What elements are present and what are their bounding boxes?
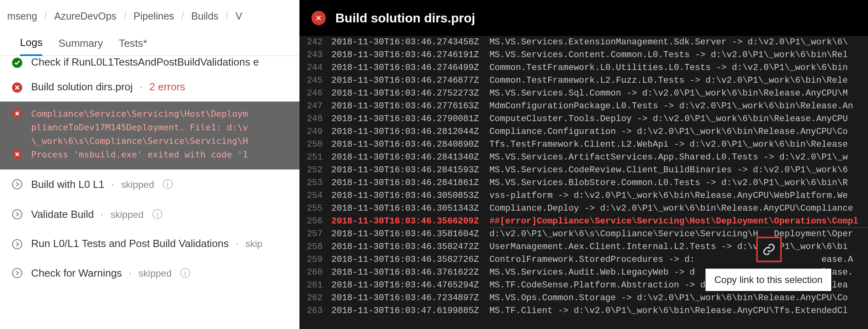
line-number: 244 [299, 62, 331, 74]
line-number: 247 [299, 100, 331, 113]
panel-title: Build solution dirs.proj [335, 11, 475, 26]
log-line[interactable]: 2572018-11-30T16:03:46.3581604Zd:\v2.0\P… [299, 228, 868, 241]
timestamp: 2018-11-30T16:03:46.2812044Z [331, 126, 489, 138]
log-message: ComputeCluster.Tools.Deploy -> d:\v2.0\P… [489, 113, 868, 126]
crumb[interactable]: AzureDevOps [54, 10, 117, 22]
log-line[interactable]: 2422018-11-30T16:03:46.2743458ZMS.VS.Ser… [299, 36, 868, 49]
breadcrumb: mseng/ AzureDevOps/ Pipelines/ Builds/ V [0, 0, 299, 32]
timestamp: 2018-11-30T16:03:46.2752273Z [331, 87, 489, 100]
task-row[interactable]: Check for Warnings · skipped ⓘ [0, 258, 299, 288]
log-message: Compliance.Configuration -> d:\v2.0\P1\_… [489, 126, 868, 138]
log-message: Common.TestFramework.L0.Utilities.L0.Tes… [489, 62, 868, 74]
timestamp: 2018-11-30T16:03:46.2841861Z [331, 177, 489, 189]
log-message: MdmConfigurationPackage.L0.Tests -> d:\v… [489, 100, 868, 113]
log-line[interactable]: 2552018-11-30T16:03:46.3051343ZComplianc… [299, 202, 868, 215]
log-message: Tfs.TestFramework.Client.L2.WebApi -> d:… [489, 138, 868, 151]
timestamp: 2018-11-30T16:03:46.2746877Z [331, 74, 489, 87]
info-icon[interactable]: ⓘ [163, 178, 173, 190]
log-line[interactable]: 2522018-11-30T16:03:46.2841593ZMS.VS.Ser… [299, 164, 868, 177]
log-message: Common.TestFramework.L2.Fuzz.L0.Tests ->… [489, 74, 868, 87]
log-message: ControlFramework.StoredProcedures -> d: … [489, 253, 868, 266]
log-line[interactable]: 2592018-11-30T16:03:46.3582726ZControlFr… [299, 253, 868, 266]
svg-point-7 [12, 269, 22, 278]
task-title: Check for Warnings [31, 267, 122, 279]
line-number: 243 [299, 49, 331, 62]
log-line[interactable]: 2492018-11-30T16:03:46.2812044ZComplianc… [299, 126, 868, 138]
timestamp: 2018-11-30T16:03:46.2776163Z [331, 100, 489, 113]
log-line[interactable]: 2482018-11-30T16:03:46.2790081ZComputeCl… [299, 113, 868, 126]
task-status: skipped [111, 209, 144, 220]
log-line[interactable]: 2472018-11-30T16:03:46.2776163ZMdmConfig… [299, 100, 868, 113]
log-message: vss-platform -> d:\v2.0\P1\_work\6\bin\R… [489, 189, 868, 202]
separator-icon: / [226, 10, 228, 22]
log-line[interactable]: 2532018-11-30T16:03:46.2841861ZMS.VS.Ser… [299, 177, 868, 189]
task-error-group[interactable]: Compliance\Service\Servicing\Host\Deploy… [0, 102, 299, 169]
line-number: 252 [299, 164, 331, 177]
timestamp: 2018-11-30T16:03:46.3761622Z [331, 266, 489, 279]
svg-point-5 [12, 210, 22, 219]
info-icon[interactable]: ⓘ [180, 267, 190, 279]
svg-point-6 [12, 240, 22, 249]
tab-tests[interactable]: Tests* [119, 37, 147, 55]
log-line[interactable]: 2542018-11-30T16:03:46.3050853Zvss-platf… [299, 189, 868, 202]
log-line[interactable]: 2452018-11-30T16:03:46.2746877ZCommon.Te… [299, 74, 868, 87]
log-line[interactable]: 2562018-11-30T16:03:46.3566209Z##[error]… [299, 215, 868, 228]
task-title: Build solution dirs.proj [31, 81, 133, 93]
timestamp: 2018-11-30T16:03:46.3050853Z [331, 189, 489, 202]
tabs: Logs Summary Tests* [0, 32, 299, 56]
log-line[interactable]: 2582018-11-30T16:03:46.3582472ZUserManag… [299, 241, 868, 253]
crumb[interactable]: mseng [7, 10, 37, 22]
task-row[interactable]: Validate Build · skipped ⓘ [0, 199, 299, 229]
task-title: Validate Build [31, 208, 94, 220]
task-status: skipped [139, 268, 172, 279]
separator-icon: / [181, 10, 184, 22]
separator-icon: / [124, 10, 127, 22]
log-line[interactable]: 2462018-11-30T16:03:46.2752273ZMS.VS.Ser… [299, 87, 868, 100]
tab-summary[interactable]: Summary [58, 37, 103, 55]
line-number: 251 [299, 151, 331, 164]
line-number: 257 [299, 228, 331, 241]
log-line[interactable]: 2442018-11-30T16:03:46.2746499ZCommon.Te… [299, 62, 868, 74]
svg-point-4 [12, 180, 22, 189]
timestamp: 2018-11-30T16:03:46.2743458Z [331, 36, 489, 49]
task-status: skipped [121, 179, 154, 190]
line-number: 255 [299, 202, 331, 215]
info-icon[interactable]: ⓘ [152, 208, 163, 220]
crumb[interactable]: V [236, 10, 242, 22]
timestamp: 2018-11-30T16:03:46.3051343Z [331, 202, 489, 215]
line-number: 248 [299, 113, 331, 126]
error-text: Compliance\Service\Servicing\Host\Deploy… [31, 107, 288, 148]
log-message: d:\v2.0\P1\_work\6\s\Compliance\Service\… [489, 228, 868, 241]
task-row[interactable]: Build with L0 L1 · skipped ⓘ [0, 169, 299, 199]
timestamp: 2018-11-30T16:03:47.6199885Z [331, 305, 489, 317]
log-message: MS.VS.Services.ExtensionManagement.Sdk.S… [489, 36, 868, 49]
error-text: Process 'msbuild.exe' exited with code '… [31, 148, 288, 162]
timestamp: 2018-11-30T16:03:46.4765294Z [331, 279, 489, 292]
crumb[interactable]: Pipelines [134, 10, 174, 22]
task-row[interactable]: Check if RunL0L1TestsAndPostBuildValidat… [0, 56, 299, 73]
task-row[interactable]: Build solution dirs.proj · 2 errors [0, 73, 299, 102]
log-message: UserManagement.Aex.Client.Internal.L2.Te… [489, 241, 868, 253]
timestamp: 2018-11-30T16:03:46.3582472Z [331, 241, 489, 253]
task-row[interactable]: Run L0/L1 Tests and Post Build Validatio… [0, 229, 299, 258]
log-line[interactable]: 2432018-11-30T16:03:46.2746191ZMS.VS.Ser… [299, 49, 868, 62]
crumb[interactable]: Builds [191, 10, 218, 22]
line-number: 245 [299, 74, 331, 87]
error-icon [11, 82, 23, 94]
chevron-right-icon [11, 208, 23, 220]
log-line[interactable]: 2622018-11-30T16:03:46.7234897ZMS.VS.Ops… [299, 292, 868, 305]
timestamp: 2018-11-30T16:03:46.2790081Z [331, 113, 489, 126]
tab-logs[interactable]: Logs [20, 36, 42, 56]
task-list: Check if RunL0L1TestsAndPostBuildValidat… [0, 56, 299, 329]
error-count: 2 errors [149, 81, 185, 93]
timestamp: 2018-11-30T16:03:46.3581604Z [331, 228, 489, 241]
timestamp: 2018-11-30T16:03:46.2746499Z [331, 62, 489, 74]
timestamp: 2018-11-30T16:03:46.2841593Z [331, 164, 489, 177]
copy-link-button[interactable] [756, 237, 782, 262]
timestamp: 2018-11-30T16:03:46.3582726Z [331, 253, 489, 266]
log-line[interactable]: 2632018-11-30T16:03:47.6199885ZMS.TF.Cli… [299, 305, 868, 317]
line-number: 259 [299, 253, 331, 266]
log-message: MS.VS.Services.Content.Common.L0.Tests -… [489, 49, 868, 62]
log-line[interactable]: 2512018-11-30T16:03:46.2841340ZMS.VS.Ser… [299, 151, 868, 164]
log-line[interactable]: 2502018-11-30T16:03:46.2840890ZTfs.TestF… [299, 138, 868, 151]
